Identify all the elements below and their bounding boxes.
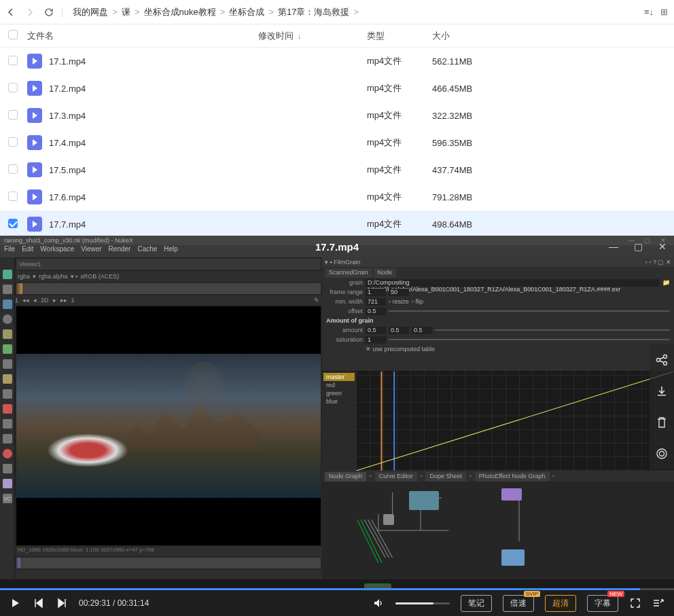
scene-smoke xyxy=(183,361,224,416)
breadcrumb-item[interactable]: 我的网盘 xyxy=(73,6,108,18)
viewer-timeline-bottom xyxy=(16,558,321,568)
prev-button[interactable] xyxy=(33,597,45,609)
fullscreen-button[interactable] xyxy=(629,597,641,609)
next-button[interactable] xyxy=(56,597,68,609)
speed-button[interactable]: 倍速SVIP xyxy=(503,595,534,612)
maximize-button[interactable]: ▢ xyxy=(632,241,644,252)
video-title: 17.7.mp4 xyxy=(315,241,359,253)
video-file-icon xyxy=(27,162,42,177)
row-checkbox[interactable] xyxy=(8,56,18,65)
refresh-button[interactable] xyxy=(42,5,56,19)
play-button[interactable] xyxy=(10,597,22,609)
volume-slider[interactable] xyxy=(395,602,450,604)
file-size: 791.28MB xyxy=(432,192,514,202)
video-player: raining_shot1_comp_v30.nk (modified) - N… xyxy=(0,236,674,616)
top-toolbar: | 我的网盘> 课> 坐标合成nuke教程> 坐标合成> 第17章：海岛救援> … xyxy=(0,0,674,24)
row-checkbox[interactable] xyxy=(8,110,18,120)
breadcrumb-item[interactable]: 课 xyxy=(122,6,130,18)
column-time[interactable]: 修改时间↓ xyxy=(258,30,367,42)
file-type: mp4文件 xyxy=(367,55,432,67)
nodegraph-panel: Node Graph×Curve Editor×Dope Sheet×Photo… xyxy=(322,471,674,579)
svg-point-2 xyxy=(657,359,660,362)
notes-button[interactable]: 笔记 xyxy=(461,595,492,612)
file-list: 17.1.mp4mp4文件562.11MB17.2.mp4mp4文件466.45… xyxy=(0,48,674,238)
subtitle-button[interactable]: 字幕NEW xyxy=(587,595,618,612)
settings-icon[interactable] xyxy=(654,446,669,461)
tool-icon xyxy=(3,479,12,488)
tool-icon xyxy=(3,404,12,414)
forward-button[interactable] xyxy=(23,5,37,19)
file-row[interactable]: 17.6.mp4mp4文件791.28MB xyxy=(0,183,674,211)
file-row[interactable]: 17.4.mp4mp4文件596.35MB xyxy=(0,129,674,156)
nodegraph-tab: Curve Editor xyxy=(375,472,417,482)
tool-icon xyxy=(3,464,12,473)
column-size[interactable]: 大小 xyxy=(432,30,514,42)
tool-icon xyxy=(3,329,12,339)
breadcrumb-item[interactable]: 第17章：海岛救援 xyxy=(278,6,349,18)
grid-view-icon[interactable]: ⊞ xyxy=(658,7,670,17)
file-row[interactable]: 17.2.mp4mp4文件466.45MB xyxy=(0,75,674,102)
breadcrumb-item[interactable]: 坐标合成nuke教程 xyxy=(144,6,216,18)
video-file-icon xyxy=(27,108,42,123)
tool-icon xyxy=(3,359,12,369)
viewer-controls: rgba▾ rgba.alpha▾ ▪ sRGB (ACES) xyxy=(15,271,322,282)
nuke-viewer: Viewer1 rgba▾ rgba.alpha▾ ▪ sRGB (ACES) … xyxy=(15,236,322,579)
video-file-icon xyxy=(27,81,42,96)
back-button[interactable] xyxy=(4,5,18,19)
column-type[interactable]: 类型 xyxy=(367,30,432,42)
sort-icon[interactable]: ≡↓ xyxy=(643,7,655,17)
video-file-icon xyxy=(27,135,42,150)
volume-icon[interactable] xyxy=(372,597,385,609)
nodegraph-tab: Node Graph xyxy=(325,472,366,482)
file-type: mp4文件 xyxy=(367,137,432,149)
file-name: 17.3.mp4 xyxy=(49,111,86,121)
prop-tab: ScannedGrain xyxy=(325,268,372,278)
file-type: mp4文件 xyxy=(367,82,432,94)
close-button[interactable]: ✕ xyxy=(656,241,669,252)
column-name[interactable]: 文件名 xyxy=(27,30,258,42)
tool-icon xyxy=(3,449,12,458)
nuke-right-panel: ▾ ▪ FilmGrain▫ ▫ ? ▢ ✕ ScannedGrainNode … xyxy=(322,236,674,579)
breadcrumb-item[interactable]: 坐标合成 xyxy=(229,6,264,18)
file-row[interactable]: 17.5.mp4mp4文件437.74MB xyxy=(0,156,674,183)
quality-button[interactable]: 超清 xyxy=(545,595,576,612)
scene-helicopter xyxy=(47,433,128,467)
file-size: 322.32MB xyxy=(432,111,514,121)
node xyxy=(409,491,439,510)
tool-icon: VC xyxy=(3,494,12,503)
share-icon[interactable] xyxy=(654,352,669,367)
row-checkbox[interactable] xyxy=(8,192,18,201)
file-type: mp4文件 xyxy=(367,164,432,176)
delete-icon[interactable] xyxy=(654,415,669,430)
viewer-tab: Viewer1 xyxy=(16,259,321,270)
video-content: raining_shot1_comp_v30.nk (modified) - N… xyxy=(0,236,674,579)
row-checkbox[interactable] xyxy=(8,164,18,174)
properties-panel: ▾ ▪ FilmGrain▫ ▫ ? ▢ ✕ ScannedGrainNode … xyxy=(322,257,674,372)
tool-icon xyxy=(3,270,12,279)
curve-channel: red xyxy=(323,381,355,389)
curve-channel: master xyxy=(323,373,355,381)
time-display: 00:29:31 / 00:31:14 xyxy=(79,598,149,608)
row-checkbox[interactable] xyxy=(8,219,18,228)
curve-channel: blue xyxy=(323,397,355,405)
view-options: ≡↓ ⊞ xyxy=(643,7,670,17)
svg-point-4 xyxy=(664,362,667,365)
minimize-button[interactable]: — xyxy=(607,241,620,252)
file-name: 17.2.mp4 xyxy=(49,84,86,94)
file-size: 562.11MB xyxy=(432,56,514,67)
select-all-checkbox[interactable] xyxy=(8,30,18,39)
download-icon[interactable] xyxy=(654,384,669,399)
file-name: 17.5.mp4 xyxy=(49,165,86,175)
file-row[interactable]: 17.1.mp4mp4文件562.11MB xyxy=(0,48,674,75)
file-type: mp4文件 xyxy=(367,218,432,230)
player-titlebar: 17.7.mp4 — ▢ ✕ xyxy=(0,236,674,257)
row-checkbox[interactable] xyxy=(8,137,18,147)
file-name: 17.1.mp4 xyxy=(49,56,86,67)
row-checkbox[interactable] xyxy=(8,83,18,92)
curve-panel: masterredgreenblue xyxy=(322,372,674,471)
file-row[interactable]: 17.7.mp4mp4文件498.64MB xyxy=(0,211,674,238)
nodegraph-tab: Dope Sheet xyxy=(425,472,466,482)
pip-button[interactable] xyxy=(652,597,664,609)
file-row[interactable]: 17.3.mp4mp4文件322.32MB xyxy=(0,102,674,129)
player-side-toolbar xyxy=(650,344,674,469)
